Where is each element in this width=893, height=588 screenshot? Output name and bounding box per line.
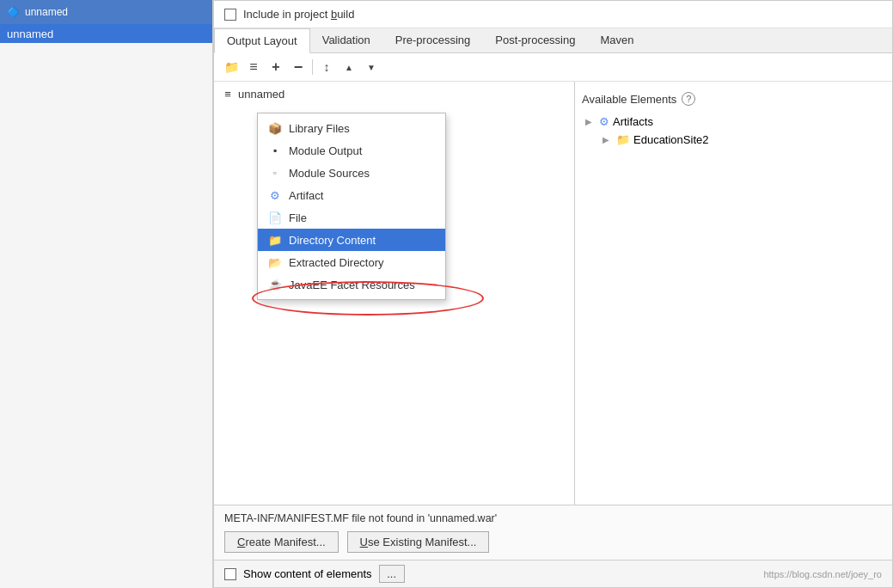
educationsite2-expand-arrow[interactable]: ▶ bbox=[602, 135, 613, 144]
module-sources-icon: ▫ bbox=[268, 166, 282, 180]
warning-text: META-INF/MANIFEST.MF file not found in '… bbox=[224, 512, 882, 524]
artifacts-icon: ⚙ bbox=[599, 115, 609, 128]
tree-root-label: unnamed bbox=[238, 88, 284, 101]
available-elements-header: Available Elements ? bbox=[582, 89, 885, 109]
use-existing-manifest-button[interactable]: Use Existing Manifest... bbox=[347, 531, 490, 553]
menu-item-library-files[interactable]: 📦 Library Files bbox=[258, 117, 445, 139]
jar-icon: 📦 bbox=[268, 121, 282, 135]
tree-root-icon: ≡ bbox=[221, 87, 235, 101]
tab-bar: Output Layout Validation Pre-processing … bbox=[214, 28, 892, 53]
tab-output-layout[interactable]: Output Layout bbox=[214, 28, 310, 53]
include-project-checkbox[interactable] bbox=[224, 9, 236, 21]
tab-validation-label: Validation bbox=[322, 34, 370, 46]
add-btn[interactable]: + bbox=[266, 57, 286, 77]
tab-output-layout-label: Output Layout bbox=[227, 34, 297, 47]
menu-item-artifact[interactable]: ⚙ Artifact bbox=[258, 184, 445, 206]
show-content-checkbox[interactable] bbox=[224, 568, 236, 580]
help-icon[interactable]: ? bbox=[682, 92, 695, 106]
artifacts-tree-item[interactable]: ▶ ⚙ Artifacts bbox=[582, 113, 885, 131]
bottom-area: META-INF/MANIFEST.MF file not found in '… bbox=[214, 505, 892, 560]
sidebar: 🔷 unnamed unnamed bbox=[0, 0, 213, 588]
remove-btn[interactable]: − bbox=[288, 57, 309, 77]
menu-item-module-sources[interactable]: ▫ Module Sources bbox=[258, 162, 445, 184]
file-menu-icon: 📄 bbox=[268, 211, 282, 224]
sidebar-icon: 🔷 bbox=[7, 6, 20, 18]
split-pane: ≡ unnamed 📦 Library Files ▪ Module Outpu… bbox=[214, 82, 892, 505]
educationsite2-tree-item[interactable]: ▶ 📁 EducationSite2 bbox=[582, 131, 885, 149]
move-down-btn[interactable]: ▼ bbox=[361, 57, 382, 77]
folder-toolbar-btn[interactable]: 📁 bbox=[221, 57, 242, 77]
menu-label-file: File bbox=[289, 211, 307, 224]
lines-toolbar-btn[interactable]: ≡ bbox=[243, 57, 264, 77]
main-panel: Include in project build Output Layout V… bbox=[213, 0, 893, 588]
educationsite2-label: EducationSite2 bbox=[633, 133, 708, 146]
sidebar-header: 🔷 unnamed bbox=[0, 0, 212, 24]
menu-label-javaee-facet: JavaEE Facet Resources bbox=[289, 279, 415, 291]
show-content-label: Show content of elements bbox=[243, 567, 372, 580]
dir-content-icon: 📁 bbox=[268, 233, 282, 247]
sidebar-item-unnamed[interactable]: unnamed bbox=[0, 24, 212, 43]
menu-label-extracted-directory: Extracted Directory bbox=[289, 256, 384, 269]
move-up-btn[interactable]: ▲ bbox=[339, 57, 359, 77]
menu-label-directory-content: Directory Content bbox=[289, 234, 376, 247]
javaee-facet-icon: ☕ bbox=[268, 278, 282, 291]
menu-item-module-output[interactable]: ▪ Module Output bbox=[258, 139, 445, 162]
tab-maven[interactable]: Maven bbox=[588, 28, 646, 52]
include-project-label: Include in project build bbox=[243, 8, 354, 21]
tab-validation[interactable]: Validation bbox=[310, 28, 383, 52]
menu-item-javaee-facet[interactable]: ☕ JavaEE Facet Resources bbox=[258, 273, 445, 296]
artifacts-label: Artifacts bbox=[613, 115, 653, 128]
footer-bar: Show content of elements ... https://blo… bbox=[214, 560, 892, 587]
output-toolbar: 📁 ≡ + − ↕ ▲ ▼ bbox=[214, 53, 892, 82]
menu-item-extracted-directory[interactable]: 📂 Extracted Directory bbox=[258, 251, 445, 273]
tree-pane: ≡ unnamed 📦 Library Files ▪ Module Outpu… bbox=[214, 82, 575, 505]
artifacts-expand-arrow[interactable]: ▶ bbox=[585, 117, 596, 126]
tab-preprocessing[interactable]: Pre-processing bbox=[383, 28, 483, 52]
menu-label-module-sources: Module Sources bbox=[289, 167, 370, 180]
tab-postprocessing-label: Post-processing bbox=[495, 34, 575, 46]
menu-item-directory-content[interactable]: 📁 Directory Content bbox=[258, 229, 445, 251]
menu-label-library-files: Library Files bbox=[289, 122, 350, 135]
toolbar-sep-1 bbox=[312, 59, 313, 75]
watermark-text: https://blog.csdn.net/joey_ro bbox=[763, 569, 882, 579]
artifact-menu-icon: ⚙ bbox=[268, 188, 282, 202]
menu-label-module-output: Module Output bbox=[289, 144, 362, 157]
tree-root-item[interactable]: ≡ unnamed bbox=[214, 85, 574, 102]
tab-preprocessing-label: Pre-processing bbox=[395, 34, 470, 46]
menu-item-file[interactable]: 📄 File bbox=[258, 206, 445, 229]
menu-label-artifact: Artifact bbox=[289, 189, 323, 202]
extracted-dir-icon: 📂 bbox=[268, 255, 282, 269]
right-tree: ▶ ⚙ Artifacts ▶ 📁 EducationSite2 bbox=[582, 109, 885, 498]
right-pane: Available Elements ? ▶ ⚙ Artifacts ▶ 📁 E… bbox=[575, 82, 892, 505]
top-bar: Include in project build bbox=[214, 1, 892, 28]
tab-postprocessing[interactable]: Post-processing bbox=[483, 28, 588, 52]
available-elements-label: Available Elements bbox=[582, 93, 676, 106]
sidebar-title: unnamed bbox=[25, 6, 68, 18]
footer-left: Show content of elements ... bbox=[224, 565, 405, 583]
educationsite2-icon: 📁 bbox=[616, 133, 630, 146]
bottom-buttons: Create Manifest... Use Existing Manifest… bbox=[224, 531, 882, 553]
sidebar-content: unnamed bbox=[0, 24, 212, 588]
tab-maven-label: Maven bbox=[600, 34, 633, 46]
add-dropdown-menu: 📦 Library Files ▪ Module Output ▫ Module… bbox=[257, 113, 446, 300]
sidebar-item-label: unnamed bbox=[7, 28, 53, 40]
footer-dots-button[interactable]: ... bbox=[379, 565, 405, 583]
module-output-icon: ▪ bbox=[268, 144, 282, 157]
sort-btn[interactable]: ↕ bbox=[316, 57, 337, 77]
create-manifest-button[interactable]: Create Manifest... bbox=[224, 531, 339, 553]
